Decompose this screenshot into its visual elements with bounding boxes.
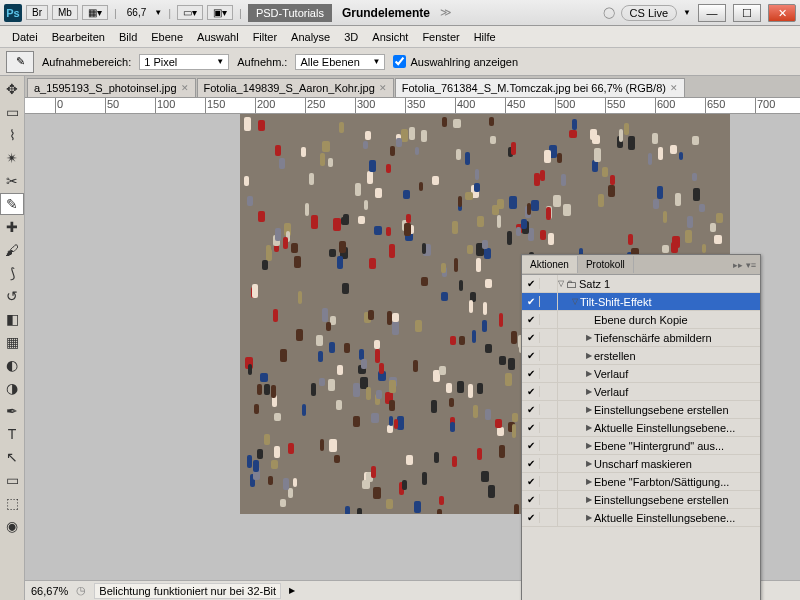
cslive-button[interactable]: CS Live (621, 5, 678, 21)
menu-bearbeiten[interactable]: Bearbeiten (52, 31, 105, 43)
menu-bar: Datei Bearbeiten Bild Ebene Auswahl Filt… (0, 26, 800, 48)
sampling-ring-checkbox[interactable]: Auswahlring anzeigen (393, 55, 518, 68)
menu-hilfe[interactable]: Hilfe (474, 31, 496, 43)
3d-camera-tool[interactable]: ◉ (0, 515, 24, 537)
menu-3d[interactable]: 3D (344, 31, 358, 43)
photoshop-logo-icon: Ps (4, 4, 22, 22)
eyedropper-icon: ✎ (16, 55, 25, 68)
menu-analyse[interactable]: Analyse (291, 31, 330, 43)
action-row[interactable]: ✔▶Ebene "Farbton/Sättigung... (522, 473, 760, 491)
3d-tool[interactable]: ⬚ (0, 492, 24, 514)
doc-info-icon[interactable]: ◷ (76, 584, 86, 597)
action-row[interactable]: ✔▶erstellen (522, 347, 760, 365)
pen-tool[interactable]: ✒ (0, 400, 24, 422)
menu-filter[interactable]: Filter (253, 31, 277, 43)
actions-list[interactable]: ✔▽🗀Satz 1✔▽Tilt-Shift-Effekt✔▶Ebene durc… (522, 275, 760, 600)
dodge-tool[interactable]: ◑ (0, 377, 24, 399)
action-row[interactable]: ✔▶Aktuelle Einstellungsebene... (522, 419, 760, 437)
close-button[interactable]: ✕ (768, 4, 796, 22)
zoom-readout[interactable]: 66,67% (31, 585, 68, 597)
close-icon[interactable]: ✕ (670, 83, 678, 93)
menu-bild[interactable]: Bild (119, 31, 137, 43)
arrange-button[interactable]: ▭▾ (177, 5, 203, 20)
type-tool[interactable]: T (0, 423, 24, 445)
document-tab[interactable]: Fotolia_149839_S_Aaron_Kohr.jpg✕ (197, 78, 394, 97)
crop-tool[interactable]: ✂ (0, 170, 24, 192)
stamp-tool[interactable]: ⟆ (0, 262, 24, 284)
menu-datei[interactable]: Datei (12, 31, 38, 43)
status-message: Belichtung funktioniert nur bei 32-Bit (94, 583, 281, 599)
action-row[interactable]: ✔▶Ebene durch Kopie (522, 311, 760, 329)
sample-layers-label: Aufnehm.: (237, 56, 287, 68)
move-tool[interactable]: ✥ (0, 78, 24, 100)
sample-layers-select[interactable]: Alle Ebenen▼ (295, 54, 385, 70)
ruler-horizontal: 0501001502002503003504004505005506006507… (25, 98, 800, 114)
document-tabs: a_1595193_S_photoinsel.jpg✕ Fotolia_1498… (25, 76, 800, 98)
workspace-switch[interactable]: PSD-Tutorials (248, 4, 332, 22)
tool-preset-button[interactable]: ✎ (6, 51, 34, 73)
options-bar: ✎ Aufnahmebereich: 1 Pixel▼ Aufnehm.: Al… (0, 48, 800, 76)
action-row[interactable]: ✔▶Aktuelle Einstellungsebene... (522, 509, 760, 527)
maximize-button[interactable]: ☐ (733, 4, 761, 22)
screenmode-button[interactable]: ▣▾ (207, 5, 233, 20)
zoom-dropdown[interactable]: 66,7 (127, 7, 146, 18)
brush-tool[interactable]: 🖌 (0, 239, 24, 261)
action-row[interactable]: ✔▶Tiefenschärfe abmildern (522, 329, 760, 347)
history-brush-tool[interactable]: ↺ (0, 285, 24, 307)
action-row[interactable]: ✔▽🗀Satz 1 (522, 275, 760, 293)
tools-panel: ✥ ▭ ⌇ ✴ ✂ ✎ ✚ 🖌 ⟆ ↺ ◧ ▦ ◐ ◑ ✒ T ↖ ▭ ⬚ ◉ (0, 76, 25, 600)
panel-tab-protokoll[interactable]: Protokoll (578, 256, 634, 273)
heal-tool[interactable]: ✚ (0, 216, 24, 238)
action-row[interactable]: ✔▶Einstellungsebene erstellen (522, 491, 760, 509)
bridge-button[interactable]: Br (26, 5, 48, 20)
document-tab[interactable]: a_1595193_S_photoinsel.jpg✕ (27, 78, 196, 97)
cslive-icon: ◯ (603, 6, 615, 19)
menu-auswahl[interactable]: Auswahl (197, 31, 239, 43)
wand-tool[interactable]: ✴ (0, 147, 24, 169)
eyedropper-tool[interactable]: ✎ (0, 193, 24, 215)
action-row[interactable]: ✔▶Verlauf (522, 383, 760, 401)
panel-tab-aktionen[interactable]: Aktionen (522, 256, 578, 273)
minimize-button[interactable]: — (698, 4, 726, 22)
sample-range-label: Aufnahmebereich: (42, 56, 131, 68)
action-row[interactable]: ✔▶Verlauf (522, 365, 760, 383)
close-icon[interactable]: ✕ (379, 83, 387, 93)
panel-menu-button[interactable]: ▸▸ ▾≡ (729, 260, 760, 270)
action-row[interactable]: ✔▽Tilt-Shift-Effekt (522, 293, 760, 311)
actions-panel: Aktionen Protokoll ▸▸ ▾≡ ✔▽🗀Satz 1✔▽Tilt… (521, 254, 761, 600)
menu-fenster[interactable]: Fenster (422, 31, 459, 43)
document-tab[interactable]: Fotolia_761384_S_M.Tomczak.jpg bei 66,7%… (395, 78, 685, 97)
action-row[interactable]: ✔▶Ebene "Hintergrund" aus... (522, 437, 760, 455)
title-bar: Ps Br Mb ▦▾ | 66,7▼ | ▭▾ ▣▾ | PSD-Tutori… (0, 0, 800, 26)
action-row[interactable]: ✔▶Unscharf maskieren (522, 455, 760, 473)
eraser-tool[interactable]: ◧ (0, 308, 24, 330)
view-extras-button[interactable]: ▦▾ (82, 5, 108, 20)
marquee-tool[interactable]: ▭ (0, 101, 24, 123)
sample-range-select[interactable]: 1 Pixel▼ (139, 54, 229, 70)
menu-ebene[interactable]: Ebene (151, 31, 183, 43)
blur-tool[interactable]: ◐ (0, 354, 24, 376)
menu-ansicht[interactable]: Ansicht (372, 31, 408, 43)
minibridge-button[interactable]: Mb (52, 5, 78, 20)
close-icon[interactable]: ✕ (181, 83, 189, 93)
lasso-tool[interactable]: ⌇ (0, 124, 24, 146)
gradient-tool[interactable]: ▦ (0, 331, 24, 353)
workspace-name[interactable]: Grundelemente (342, 6, 430, 20)
shape-tool[interactable]: ▭ (0, 469, 24, 491)
action-row[interactable]: ✔▶Einstellungsebene erstellen (522, 401, 760, 419)
path-tool[interactable]: ↖ (0, 446, 24, 468)
